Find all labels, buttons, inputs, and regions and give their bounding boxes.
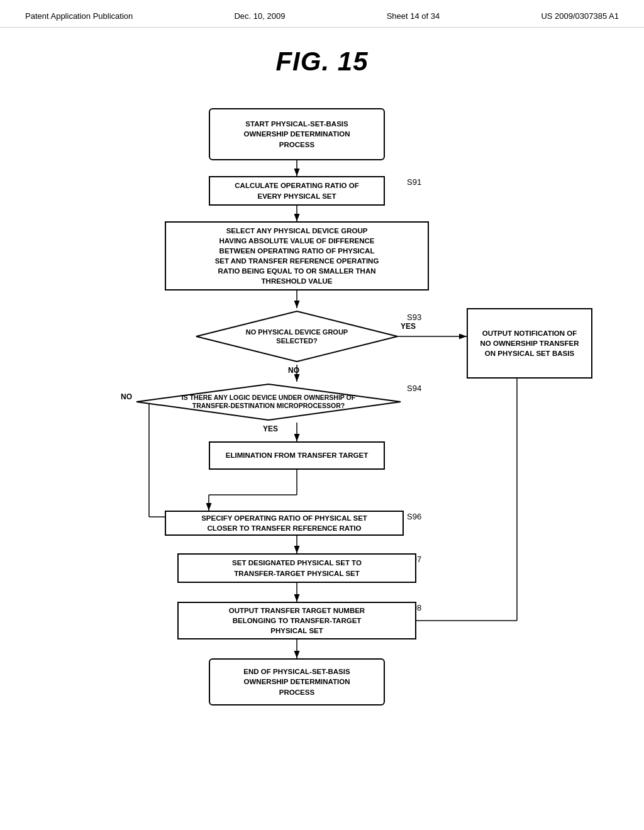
header-left: Patent Application Publication: [25, 11, 133, 21]
start-box-text: START PHYSICAL-SET-BASIS OWNERSHIP DETER…: [244, 119, 350, 149]
end-box-text: END OF PHYSICAL-SET-BASIS OWNERSHIP DETE…: [243, 667, 350, 697]
s94-diamond: IS THERE ANY LOGIC DEVICE UNDER OWNERSHI…: [133, 382, 404, 423]
s94-label: S94: [407, 384, 421, 393]
s95-box: ELIMINATION FROM TRANSFER TARGET: [209, 441, 385, 470]
s94-diamond-text: IS THERE ANY LOGIC DEVICE UNDER OWNERSHI…: [182, 394, 355, 410]
s91-text: CALCULATE OPERATING RATIO OF EVERY PHYSI…: [235, 180, 358, 201]
s98-box: OUTPUT TRANSFER TARGET NUMBER BELONGING …: [177, 602, 416, 639]
s96-label: S96: [407, 512, 421, 521]
page-header: Patent Application Publication Dec. 10, …: [0, 0, 644, 28]
s95-text: ELIMINATION FROM TRANSFER TARGET: [226, 450, 368, 460]
s93-label: S93: [407, 313, 421, 322]
yes-s94-label: YES: [263, 424, 278, 433]
s91-label: S91: [407, 177, 421, 187]
no-s94-label: NO: [121, 392, 132, 401]
header-right: US 2009/0307385 A1: [541, 11, 619, 21]
flowchart: START PHYSICAL-SET-BASIS OWNERSHIP DETER…: [39, 89, 605, 800]
end-box: END OF PHYSICAL-SET-BASIS OWNERSHIP DETE…: [209, 658, 385, 706]
s99-box: OUTPUT NOTIFICATION OF NO OWNERSHIP TRAN…: [467, 308, 592, 379]
s98-text: OUTPUT TRANSFER TARGET NUMBER BELONGING …: [229, 606, 365, 636]
s92-text: SELECT ANY PHYSICAL DEVICE GROUP HAVING …: [215, 226, 379, 287]
s97-text: SET DESIGNATED PHYSICAL SET TO TRANSFER-…: [232, 558, 362, 578]
header-sheet: Sheet 14 of 34: [387, 11, 440, 21]
no-s93-label: NO: [288, 366, 299, 375]
s96-box: SPECIFY OPERATING RATIO OF PHYSICAL SET …: [165, 511, 404, 536]
header-middle: Dec. 10, 2009: [234, 11, 285, 21]
s92-box: SELECT ANY PHYSICAL DEVICE GROUP HAVING …: [165, 221, 429, 290]
s93-diamond-text: NO PHYSICAL DEVICE GROUP SELECTED?: [246, 328, 348, 345]
s93-diamond: NO PHYSICAL DEVICE GROUP SELECTED?: [193, 308, 401, 365]
yes-s93-label: YES: [401, 322, 416, 331]
s91-box: CALCULATE OPERATING RATIO OF EVERY PHYSI…: [209, 176, 385, 206]
start-box: START PHYSICAL-SET-BASIS OWNERSHIP DETER…: [209, 108, 385, 160]
figure-title: FIG. 15: [0, 47, 644, 77]
s96-text: SPECIFY OPERATING RATIO OF PHYSICAL SET …: [201, 513, 367, 533]
s97-box: SET DESIGNATED PHYSICAL SET TO TRANSFER-…: [177, 553, 416, 583]
s99-text: OUTPUT NOTIFICATION OF NO OWNERSHIP TRAN…: [480, 328, 579, 358]
